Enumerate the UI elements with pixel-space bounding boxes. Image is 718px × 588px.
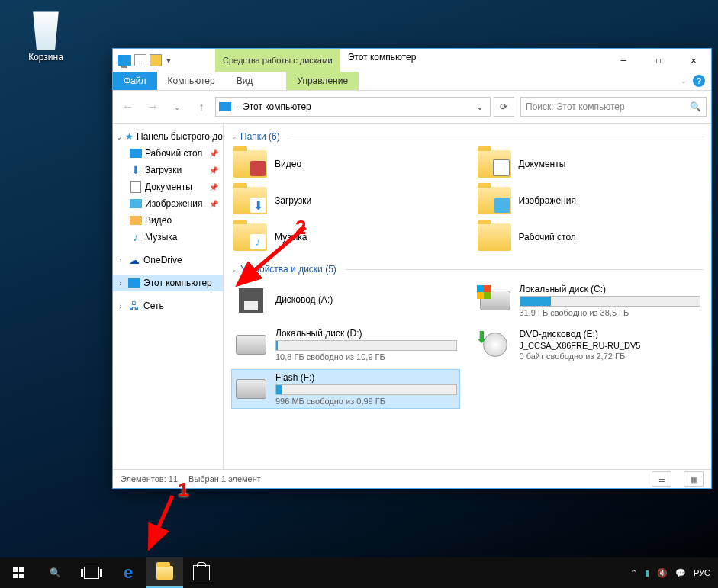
minimize-button[interactable]: — [606,49,641,72]
tab-manage[interactable]: Управление [286,72,359,90]
tab-file[interactable]: Файл [113,72,157,90]
tray-network-icon[interactable]: ▮ [645,568,649,578]
chevron-right-icon[interactable]: › [236,103,238,111]
sidebar-downloads[interactable]: ⬇ Загрузки 📌 [113,162,223,178]
tray-volume-icon[interactable]: 🔇 [657,568,668,578]
sidebar-quick-access[interactable]: ⌄ ★ Панель быстрого до [113,128,223,145]
sidebar: ⌄ ★ Панель быстрого до Рабочий стол 📌 ⬇ … [113,124,224,469]
tray-up-icon[interactable]: ⌃ [630,568,637,578]
taskbar-store[interactable] [183,557,220,588]
hdd-icon [234,375,268,403]
drive-dvd[interactable]: DVD-дисковод (E:) J_CCSA_X86FRE_RU-RU_DV… [475,325,704,365]
drive-label: Дисковод (A:) [275,294,457,305]
refresh-button[interactable]: ⟳ [494,97,514,117]
drive-floppy[interactable]: Дисковод (A:) [231,281,460,320]
sidebar-pictures[interactable]: Изображения 📌 [113,195,223,212]
view-large-button[interactable]: ▦ [684,471,704,487]
recycle-bin-label: Корзина [15,52,76,63]
folder-documents[interactable]: Документы [475,148,704,180]
nav-forward-button[interactable]: → [142,97,163,117]
system-tray[interactable]: ⌃ ▮ 🔇 💬 РУС [623,568,718,578]
qat-customize[interactable]: ▾ [165,52,172,69]
download-overlay-icon: ⬇ [250,198,266,213]
annotation-number-1: 1 [178,478,188,502]
chevron-right-icon[interactable]: › [116,256,125,265]
tray-language[interactable]: РУС [694,568,710,577]
view-details-button[interactable]: ☰ [652,471,671,487]
chevron-right-icon[interactable]: › [116,279,125,288]
pin-icon: 📌 [209,149,218,158]
sidebar-desktop[interactable]: Рабочий стол 📌 [113,145,223,162]
sidebar-onedrive[interactable]: › ☁ OneDrive [113,252,223,268]
address-dropdown[interactable]: ⌄ [473,101,487,112]
tab-computer[interactable]: Компьютер [157,72,226,90]
folder-label: Изображения [519,195,576,206]
drive-sub: 996 МБ свободно из 0,99 ГБ [275,397,457,406]
group-devices[interactable]: ⌄ Устройства и диски (5) [231,264,704,275]
chevron-down-icon[interactable]: ⌄ [231,133,237,140]
start-button[interactable] [0,557,37,588]
search-button[interactable]: 🔍 [37,557,73,588]
sidebar-label: Видео [145,215,172,226]
desktop-icon-recycle-bin[interactable]: Корзина [15,8,76,63]
folder-label: Загрузки [275,195,311,206]
sidebar-this-pc[interactable]: › Этот компьютер [113,275,223,291]
maximize-button[interactable]: ☐ [641,49,676,72]
folder-pictures[interactable]: Изображения [475,185,704,217]
svg-line-0 [150,496,172,548]
chevron-down-icon[interactable]: ⌄ [231,265,237,273]
taskbar-edge[interactable]: e [110,557,146,588]
tab-view[interactable]: Вид [226,72,264,90]
folder-label: Видео [275,159,301,169]
group-folders[interactable]: ⌄ Папки (6) [231,131,704,142]
music-overlay-icon: ♪ [250,234,266,249]
tray-notification-icon[interactable]: 💬 [675,568,686,578]
folder-icon [478,187,511,214]
pin-icon: 📌 [209,166,218,175]
dvd-icon [478,331,512,358]
nav-back-button[interactable]: ← [118,97,139,117]
explorer-window: ▾ Средства работы с дисками Этот компьют… [112,48,712,489]
app-icon[interactable] [118,55,131,66]
close-button[interactable]: ✕ [676,49,711,72]
titlebar[interactable]: ▾ Средства работы с дисками Этот компьют… [113,49,711,72]
folder-icon [233,150,267,178]
folder-icon: ♪ [233,223,267,251]
folder-music[interactable]: ♪ Музыка [231,221,460,253]
folder-desktop[interactable]: Рабочий стол [475,221,704,253]
task-view-button[interactable] [73,557,110,588]
ribbon-expand-icon[interactable]: ⌄ [681,77,687,85]
search-input[interactable]: Поиск: Этот компьютер 🔍 [520,97,707,117]
nav-recent-button[interactable]: ⌄ [166,97,188,117]
qat-newfolder-icon[interactable] [150,54,162,66]
context-tab-group: Средства работы с дисками [215,49,340,72]
capacity-bar [520,296,701,307]
pin-icon: 📌 [209,200,218,208]
drive-c[interactable]: Локальный диск (C:) 31,9 ГБ свободно из … [475,281,704,320]
sidebar-label: Документы [145,182,192,192]
sidebar-music[interactable]: ♪ Музыка [113,229,223,246]
status-selected: Выбран 1 элемент [188,474,261,484]
address-bar[interactable]: › Этот компьютер ⌄ [215,97,491,117]
statusbar: Элементов: 11 Выбран 1 элемент ☰ ▦ [113,469,711,488]
sidebar-videos[interactable]: Видео [113,212,223,229]
help-button[interactable]: ? [693,75,705,87]
folder-video[interactable]: Видео [231,148,460,180]
qat-properties-icon[interactable] [134,54,146,66]
content-pane: ⌄ Папки (6) Видео Документы ⬇ За [224,124,711,469]
sidebar-network[interactable]: › 🖧 Сеть [113,297,223,314]
video-overlay-icon [250,161,266,176]
drive-sub: 0 байт свободно из 2,72 ГБ [520,352,701,361]
nav-up-button[interactable]: ↑ [191,97,212,117]
taskbar-explorer[interactable] [146,557,183,588]
address-text[interactable]: Этот компьютер [243,101,311,112]
sidebar-documents[interactable]: Документы 📌 [113,178,223,195]
folder-downloads[interactable]: ⬇ Загрузки [231,185,460,217]
chevron-right-icon[interactable]: › [116,302,125,310]
drive-flash[interactable]: Flash (F:) 996 МБ свободно из 0,99 ГБ [231,369,460,409]
drive-d[interactable]: Локальный диск (D:) 10,8 ГБ свободно из … [231,325,460,365]
hdd-icon [234,331,268,358]
chevron-down-icon[interactable]: ⌄ [116,133,122,141]
sidebar-label: Этот компьютер [143,278,212,288]
search-icon: 🔍 [690,101,701,112]
